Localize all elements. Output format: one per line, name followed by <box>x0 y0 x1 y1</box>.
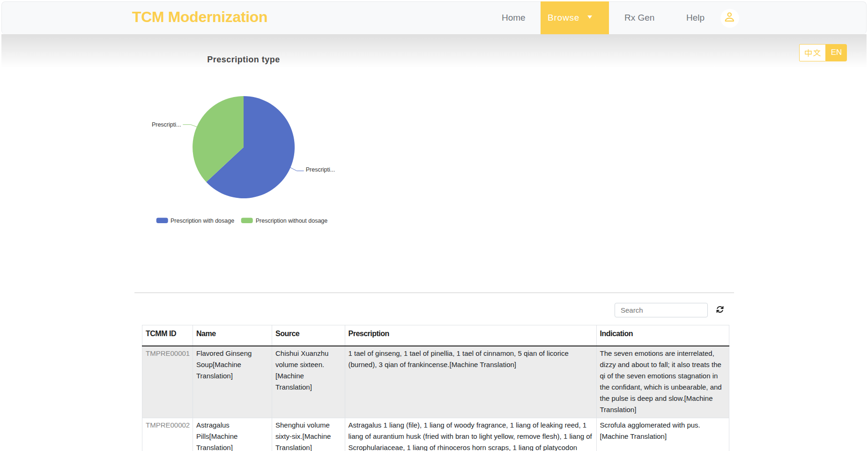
svg-text:Prescripti...: Prescripti... <box>152 121 181 128</box>
svg-text:Prescription without dosage: Prescription without dosage <box>256 218 328 224</box>
svg-text:Prescription type: Prescription type <box>207 55 280 64</box>
svg-text:Prescription with dosage: Prescription with dosage <box>171 218 234 224</box>
svg-text:Prescripti...: Prescripti... <box>306 166 335 173</box>
